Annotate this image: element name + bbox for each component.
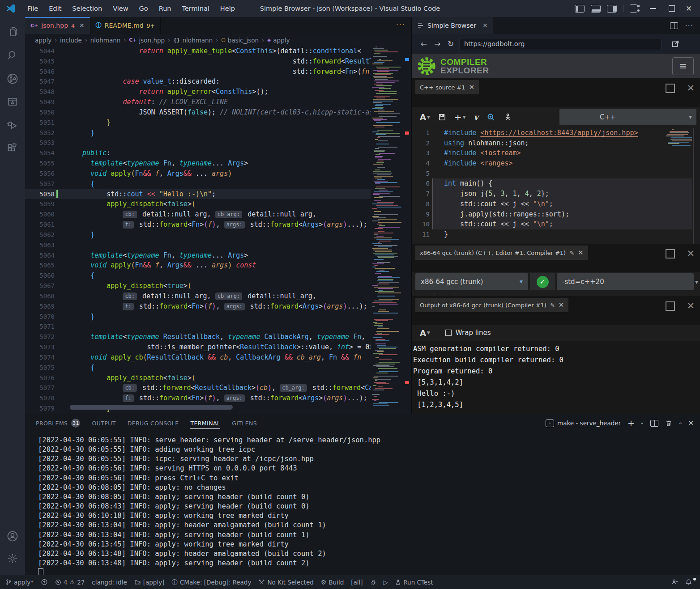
notifications-item[interactable] bbox=[682, 579, 696, 585]
menu-item[interactable]: Selection bbox=[67, 5, 107, 12]
tab-debug-console[interactable]: DEBUG CONSOLE bbox=[128, 414, 179, 432]
code-editor[interactable]: 5044 return apply_make_tuple<ConstThis>(… bbox=[25, 46, 371, 414]
maximize-pane-icon[interactable] bbox=[666, 84, 675, 93]
explorer-icon[interactable] bbox=[6, 26, 19, 38]
breadcrumb-item[interactable]: json.hpp bbox=[139, 37, 165, 44]
menu-item[interactable]: File bbox=[22, 5, 43, 12]
toggle-sidebar-icon[interactable] bbox=[575, 5, 585, 13]
tab-simple-browser[interactable]: Simple Browser ✕ bbox=[412, 17, 493, 34]
build-target[interactable]: [all] bbox=[347, 579, 366, 586]
live-preview-icon[interactable] bbox=[6, 96, 19, 108]
terminal-select[interactable]: › make - serve_header bbox=[546, 420, 621, 427]
breadcrumb-item[interactable]: include bbox=[60, 37, 82, 44]
breadcrumb-item[interactable]: apply bbox=[35, 37, 51, 44]
cmake-status-item[interactable]: ⓘ CMake: [Debug]: Ready bbox=[168, 578, 255, 586]
compiler-pane-tab[interactable]: x86-64 gcc (trunk) (C++, Editor #1, Comp… bbox=[415, 246, 588, 260]
url-input[interactable] bbox=[459, 38, 662, 50]
save-icon[interactable] bbox=[438, 113, 446, 121]
clangd-status[interactable]: clangd: idle bbox=[88, 579, 130, 586]
output-pane-tab[interactable]: Output of x86-64 gcc (trunk) (Compiler #… bbox=[415, 298, 568, 312]
source-pane-tab[interactable]: C++ source #1 ✕ bbox=[415, 80, 479, 94]
menu-item[interactable]: Go bbox=[134, 5, 154, 12]
menu-item[interactable]: Terminal bbox=[177, 5, 215, 12]
remote-account-item[interactable] bbox=[666, 579, 682, 585]
publish-item[interactable] bbox=[37, 579, 51, 585]
maximize-pane-icon[interactable] bbox=[666, 249, 675, 258]
menu-item[interactable]: Help bbox=[215, 5, 240, 12]
reload-icon[interactable]: ↻ bbox=[446, 39, 456, 48]
close-pane-icon[interactable]: ✕ bbox=[559, 301, 564, 309]
more-actions-icon[interactable]: ··· bbox=[390, 17, 412, 34]
vim-mode-icon[interactable]: v bbox=[474, 112, 478, 122]
close-tab-icon[interactable]: ✕ bbox=[482, 22, 488, 29]
breadcrumb-item[interactable]: nlohmann bbox=[183, 37, 213, 44]
close-pane-icon[interactable]: ✕ bbox=[687, 249, 695, 258]
account-icon[interactable] bbox=[6, 530, 19, 542]
menu-item[interactable]: View bbox=[107, 5, 133, 12]
maximize-pane-icon[interactable] bbox=[666, 301, 675, 311]
git-branch-item[interactable]: apply* bbox=[0, 579, 37, 586]
kit-item[interactable]: No Kit Selected bbox=[255, 579, 317, 586]
close-panel-icon[interactable]: ✕ bbox=[688, 419, 694, 427]
run-debug-icon[interactable] bbox=[6, 119, 19, 131]
source-control-icon[interactable] bbox=[6, 72, 19, 85]
tab-readme-md[interactable]: ⓘ README.md 9+ bbox=[90, 17, 161, 34]
ctest-button[interactable]: Run CTest bbox=[392, 579, 436, 586]
font-size-icon[interactable]: A▼ bbox=[420, 328, 430, 338]
tab-output[interactable]: OUTPUT bbox=[92, 414, 115, 432]
edit-pane-title-icon[interactable]: ✎ bbox=[569, 250, 574, 256]
launch-button[interactable]: ▷ bbox=[380, 579, 392, 586]
compiler-options-input[interactable]: -std=c++20 bbox=[557, 273, 694, 290]
split-editor-icon[interactable] bbox=[670, 22, 678, 29]
forward-icon[interactable]: → bbox=[432, 39, 442, 48]
settings-gear-icon[interactable] bbox=[6, 552, 19, 565]
menu-item[interactable]: Edit bbox=[43, 5, 67, 12]
breadcrumb-item[interactable]: nlohmann bbox=[90, 37, 121, 44]
search-icon[interactable] bbox=[6, 49, 19, 62]
zoom-icon[interactable] bbox=[487, 113, 495, 122]
extensions-icon[interactable] bbox=[6, 142, 19, 155]
language-select[interactable]: C++ ▼ bbox=[559, 109, 696, 125]
hamburger-menu-icon[interactable]: ≡ bbox=[672, 57, 694, 75]
compiler-explorer-logo[interactable]: COMPILER EXPLORER bbox=[416, 56, 489, 76]
new-terminal-icon[interactable]: + bbox=[627, 418, 635, 428]
breadcrumb-item[interactable]: basic_json bbox=[228, 37, 259, 44]
customize-layout-icon[interactable] bbox=[630, 4, 637, 13]
terminal-output[interactable]: [2022-04-30 06:05:55] INFO: serve_header… bbox=[25, 436, 380, 568]
build-button[interactable]: ⚙ Build bbox=[317, 579, 347, 586]
close-pane-icon[interactable]: ✕ bbox=[687, 301, 695, 311]
more-actions-icon[interactable]: ··· bbox=[685, 22, 694, 29]
maximize-panel-icon[interactable]: › bbox=[677, 422, 683, 424]
add-pane-icon[interactable]: +▼ bbox=[454, 112, 466, 123]
kill-terminal-icon[interactable] bbox=[665, 420, 672, 427]
options-dropdown-icon[interactable]: ▼ bbox=[695, 280, 698, 284]
close-button[interactable]: ✕ bbox=[686, 5, 692, 13]
open-external-icon[interactable] bbox=[671, 40, 679, 48]
menu-item[interactable]: Run bbox=[154, 5, 177, 12]
font-size-icon[interactable]: A▼ bbox=[420, 112, 430, 122]
breadcrumb-item[interactable]: apply bbox=[273, 37, 290, 44]
toggle-secondary-sidebar-icon[interactable] bbox=[607, 5, 617, 13]
minimize-button[interactable] bbox=[650, 8, 656, 9]
share-icon[interactable] bbox=[504, 113, 512, 121]
toggle-panel-icon[interactable] bbox=[591, 5, 601, 13]
tab-json-hpp[interactable]: C+ json.hpp 4 ✕ bbox=[25, 17, 90, 34]
close-pane-icon[interactable]: ✕ bbox=[578, 249, 584, 257]
maximize-button[interactable] bbox=[669, 5, 675, 12]
ce-source-editor[interactable]: 1#include <https://localhost:8443/apply/… bbox=[412, 128, 692, 242]
problems-item[interactable]: 4 ⚠ 27 bbox=[51, 579, 88, 586]
debug-button[interactable] bbox=[367, 579, 380, 585]
compiler-select[interactable]: x86-64 gcc (trunk) ▼ bbox=[415, 273, 528, 290]
tab-terminal[interactable]: TERMINAL bbox=[190, 414, 220, 432]
minimap[interactable] bbox=[371, 46, 403, 414]
cmake-project-item[interactable]: [apply] bbox=[131, 579, 168, 586]
horizontal-scrollbar[interactable] bbox=[70, 405, 233, 410]
tab-gitlens[interactable]: GITLENS bbox=[232, 414, 257, 432]
terminal-dropdown-icon[interactable]: › bbox=[639, 422, 646, 424]
tab-problems[interactable]: PROBLEMS 31 bbox=[36, 414, 80, 432]
back-icon[interactable]: ← bbox=[419, 39, 429, 48]
close-tab-icon[interactable]: ✕ bbox=[79, 22, 85, 29]
edit-pane-title-icon[interactable]: ✎ bbox=[550, 302, 555, 309]
close-pane-icon[interactable]: ✕ bbox=[469, 83, 474, 91]
wrap-lines-checkbox[interactable] bbox=[445, 330, 452, 336]
